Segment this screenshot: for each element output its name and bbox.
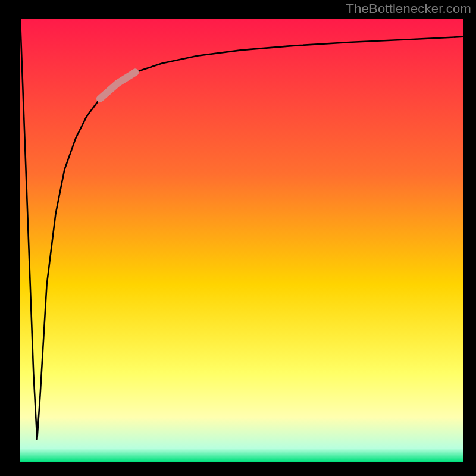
watermark-text: TheBottlenecker.com	[346, 1, 471, 17]
chart-container: TheBottlenecker.com	[0, 0, 476, 476]
chart-svg	[0, 0, 476, 476]
plot-area	[20, 19, 463, 462]
